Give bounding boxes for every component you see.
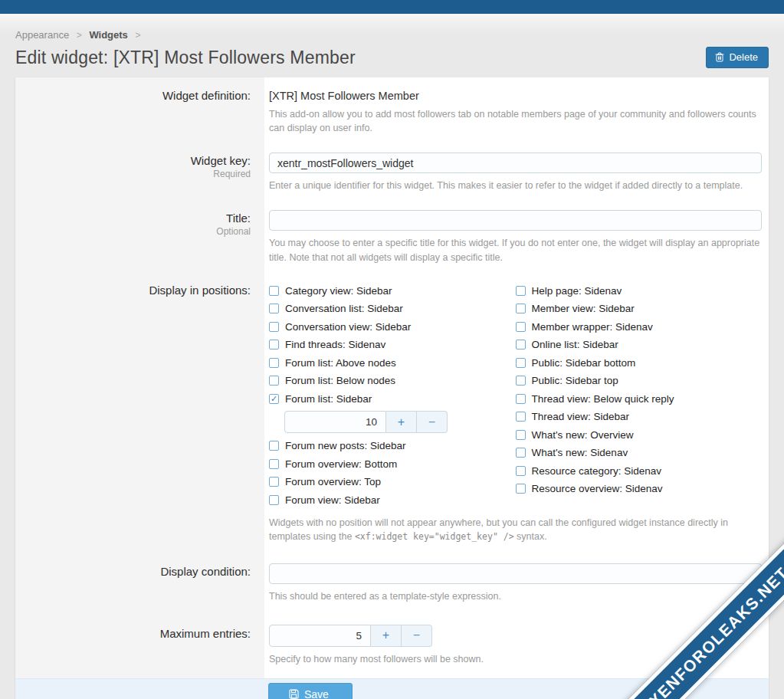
checkbox-icon[interactable] [516,304,526,313]
widget-key-input[interactable] [269,153,762,173]
breadcrumb-widgets[interactable]: Widgets [89,29,127,41]
position-option-what-s-new-sidenav[interactable]: What's new: Sidenav [516,444,763,462]
position-option-label: Public: Sidebar top [532,375,618,386]
position-option-forum-new-posts-sidebar[interactable]: Forum new posts: Sidebar [269,437,516,455]
forum-list-sidebar-count-spinner: +− [284,411,448,433]
positions-column-2: Help page: SidenavMember view: SidebarMe… [516,282,763,510]
title-optional-flag: Optional [23,226,251,237]
widget-key-description: Enter a unique identifier for this widge… [269,179,762,192]
title-input[interactable] [269,210,762,231]
position-option-label: Help page: Sidenav [532,285,622,297]
checkbox-icon[interactable] [516,286,526,296]
checkbox-icon[interactable] [516,376,526,386]
position-option-label: Forum overview: Top [285,476,381,487]
delete-button-label: Delete [729,51,758,63]
position-option-conversation-view-sidebar[interactable]: Conversation view: Sidebar [269,318,516,336]
breadcrumb-appearance[interactable]: Appearance [15,29,69,41]
positions-checkbox-columns: Category view: SidebarConversation list:… [269,282,762,510]
position-option-online-list-sidebar[interactable]: Online list: Sidebar [516,336,763,354]
maximum-entries-decrement-button[interactable]: − [402,625,432,647]
position-option-label: Online list: Sidebar [532,339,618,350]
checkbox-icon[interactable] [269,286,279,296]
checkbox-icon[interactable] [269,304,279,313]
position-option-thread-view-below-quick-reply[interactable]: Thread view: Below quick reply [516,390,763,409]
widget-definition-content: [XTR] Most Followers Member This add-on … [264,77,769,143]
edit-widget-form: Widget definition: [XTR] Most Followers … [15,77,769,699]
title-bar: Edit widget: [XTR] Most Followers Member… [15,47,769,68]
form-row-positions: Display in positions: Category view: Sid… [15,272,769,552]
checkbox-icon[interactable] [516,322,526,332]
position-option-what-s-new-overview[interactable]: What's new: Overview [516,426,763,445]
positions-description: Widgets with no position will not appear… [269,516,762,543]
position-option-label: Forum list: Below nodes [285,375,395,386]
forum-list-sidebar-count-increment-button[interactable]: + [386,411,417,433]
checkbox-icon[interactable] [516,340,526,350]
position-option-thread-view-sidebar[interactable]: Thread view: Sidebar [516,408,763,426]
form-row-maximum-entries: Maximum entries: +− Specify to how many … [15,612,769,678]
top-navigation-bar [0,0,784,14]
position-option-forum-view-sidebar[interactable]: Forum view: Sidebar [269,491,516,510]
position-option-resource-category-sidenav[interactable]: Resource category: Sidenav [516,462,763,481]
display-condition-input[interactable] [269,563,762,584]
position-option-label: Member view: Sidebar [532,303,635,314]
positions-column-1: Category view: SidebarConversation list:… [269,282,516,510]
maximum-entries-increment-button[interactable]: + [371,625,402,647]
position-option-member-view-sidebar[interactable]: Member view: Sidebar [516,300,763,318]
breadcrumb: Appearance > Widgets > [15,21,769,42]
position-option-label: Resource category: Sidenav [532,465,662,477]
checkbox-icon[interactable] [516,484,526,494]
maximum-entries-number-input[interactable] [269,625,371,647]
save-button[interactable]: Save [268,683,353,699]
position-option-find-threads-sidenav[interactable]: Find threads: Sidenav [269,336,516,354]
checkbox-icon[interactable] [269,477,279,487]
title-description: You may choose to enter a specific title… [269,236,762,264]
position-option-forum-list-below-nodes[interactable]: Forum list: Below nodes [269,372,516,390]
position-option-public-sidebar-top[interactable]: Public: Sidebar top [516,372,763,390]
checkbox-icon[interactable] [516,394,526,404]
maximum-entries-label: Maximum entries: [23,627,251,640]
position-option-category-view-sidebar[interactable]: Category view: Sidebar [269,282,516,300]
position-option-help-page-sidenav[interactable]: Help page: Sidenav [516,282,763,300]
display-condition-label-cell: Display condition: [15,551,264,611]
positions-content: Category view: SidebarConversation list:… [264,272,769,552]
checkbox-icon[interactable] [516,358,526,368]
forum-list-sidebar-count-decrement-button[interactable]: − [417,411,448,433]
positions-label-cell: Display in positions: [15,272,264,552]
form-row-title: Title: Optional You may choose to enter … [15,200,769,271]
checkbox-icon[interactable] [516,430,526,440]
positions-hint-suffix: syntax. [514,531,547,542]
checkbox-icon[interactable] [269,495,279,505]
position-option-forum-overview-top[interactable]: Forum overview: Top [269,473,516,491]
checkbox-icon[interactable] [269,358,279,368]
checkbox-icon[interactable] [269,322,279,332]
forum-list-sidebar-count-wrap: +− [284,411,516,433]
position-option-label: What's new: Overview [532,429,634,441]
form-row-widget-key: Widget key: Required Enter a unique iden… [15,143,769,200]
widget-definition-value: [XTR] Most Followers Member [269,87,762,102]
checkbox-checked-icon[interactable]: ✓ [269,394,279,404]
widget-definition-description: This add-on allow you to add most follow… [269,107,762,135]
position-option-label: Forum list: Sidebar [285,393,372,405]
position-option-conversation-list-sidebar[interactable]: Conversation list: Sidebar [269,300,516,318]
position-option-label: Forum new posts: Sidebar [285,440,406,451]
display-condition-content: This should be entered as a template-sty… [264,551,769,611]
checkbox-icon[interactable] [516,466,526,476]
checkbox-icon[interactable] [269,459,279,469]
position-option-resource-overview-sidenav[interactable]: Resource overview: Sidenav [516,480,763,498]
checkbox-icon[interactable] [516,448,526,458]
position-option-forum-list-above-nodes[interactable]: Forum list: Above nodes [269,354,516,372]
checkbox-icon[interactable] [516,412,526,422]
position-option-forum-list-sidebar[interactable]: ✓Forum list: Sidebar [269,390,516,409]
checkbox-icon[interactable] [269,340,279,350]
forum-list-sidebar-count-number-input[interactable] [284,411,386,433]
position-option-label: Resource overview: Sidenav [532,483,663,494]
position-option-forum-overview-bottom[interactable]: Forum overview: Bottom [269,455,516,474]
position-option-member-wrapper-sidenav[interactable]: Member wrapper: Sidenav [516,318,763,336]
position-option-public-sidebar-bottom[interactable]: Public: Sidebar bottom [516,354,763,372]
checkbox-icon[interactable] [269,441,279,451]
checkbox-icon[interactable] [269,376,279,386]
positions-label: Display in positions: [23,284,251,297]
delete-button[interactable]: Delete [706,47,769,68]
position-option-label: Public: Sidebar bottom [532,357,636,369]
position-option-label: Forum view: Sidebar [285,494,380,506]
